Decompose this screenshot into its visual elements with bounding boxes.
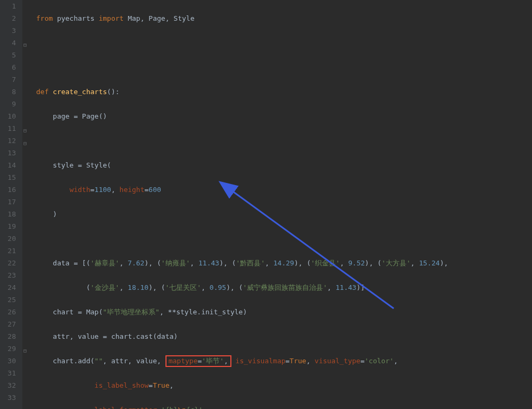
- code-line: ('金沙县', 18.10), ('七星关区', 0.95), ('威宁彝族回族…: [36, 281, 532, 294]
- code-line: data = [('赫章县', 7.62), ('纳雍县', 11.43), (…: [36, 257, 532, 269]
- code-line: from pyecharts import Map, Page, Style: [36, 12, 532, 24]
- code-line: ): [36, 208, 532, 220]
- code-line: def create_charts():: [36, 86, 532, 98]
- code-line: chart = Map("毕节地理坐标系", **style.init_styl…: [36, 306, 532, 318]
- line-gutter: 123 456 789 101112 131415 161718 192021 …: [0, 0, 22, 409]
- code-line: chart.add("", attr, value, maptype='毕节',…: [36, 355, 532, 367]
- code-line: attr, value = chart.cast(data): [36, 330, 532, 343]
- fold-icon[interactable]: ⊟: [23, 39, 30, 45]
- fold-icon[interactable]: ⊟: [23, 137, 30, 144]
- code-line: style = Style(: [36, 159, 532, 171]
- highlight-box: maptype='毕节',: [165, 355, 231, 367]
- code-line: page = Page(): [36, 110, 532, 122]
- code-line: is_label_show=True,: [36, 379, 532, 391]
- fold-icon[interactable]: ⊟: [23, 124, 30, 131]
- code-line: width=1100, height=600: [36, 183, 532, 196]
- code-editor[interactable]: 123 456 789 101112 131415 161718 192021 …: [0, 0, 532, 409]
- code-area[interactable]: from pyecharts import Map, Page, Style d…: [33, 0, 532, 409]
- fold-column: ⊟ ⊟ ⊟ ⊟: [22, 0, 33, 409]
- code-line: label_formatter='{b}\n{c}',: [36, 404, 532, 409]
- fold-icon[interactable]: ⊟: [23, 345, 30, 351]
